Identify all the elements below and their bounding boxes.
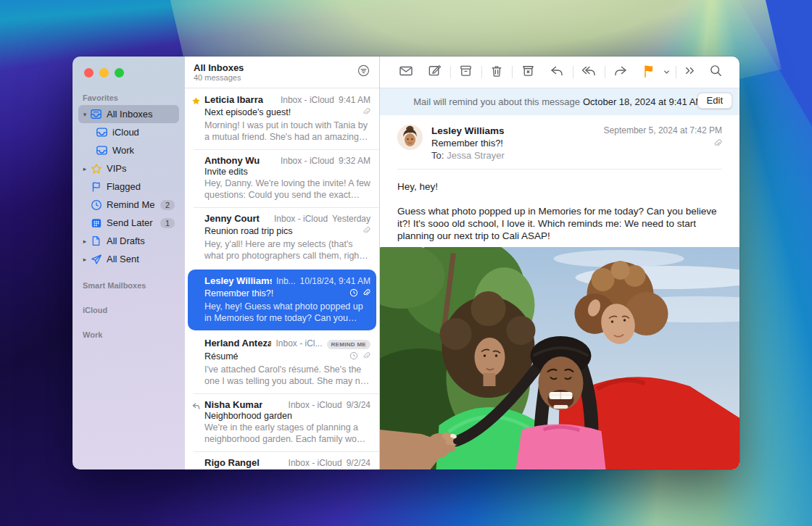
mail-window: Favorites ▾ All Inboxes iCloud Work ▸ VI… — [72, 57, 740, 469]
sender-name: Leticia Ibarra — [204, 94, 263, 105]
archive-box-icon — [458, 63, 473, 81]
flag-icon — [90, 180, 102, 193]
message-row-leticia[interactable]: Leticia IbarraInbox - iCloud9:41 AM Next… — [185, 88, 379, 149]
reminder-clock-icon — [349, 287, 358, 300]
sidebar-item-all-sent[interactable]: ▸ All Sent — [78, 250, 179, 268]
message-count: 40 messages — [194, 73, 357, 83]
chevron-right-icon[interactable]: ▸ — [80, 238, 90, 245]
sidebar-item-send-later[interactable]: ▸ Send Later 1 — [78, 214, 179, 232]
close-window-button[interactable] — [84, 68, 94, 78]
paperclip-icon — [362, 350, 370, 363]
paper-plane-icon — [90, 253, 102, 265]
reply-all-button[interactable] — [574, 62, 603, 83]
get-mail-button[interactable] — [392, 62, 420, 83]
message-sender: Lesley Williams — [431, 125, 604, 137]
sidebar: Favorites ▾ All Inboxes iCloud Work ▸ VI… — [72, 57, 185, 469]
to-label: To: — [431, 150, 444, 161]
message-subject: Remember this?! — [431, 137, 604, 149]
zoom-window-button[interactable] — [115, 68, 124, 78]
desktop-wallpaper: Favorites ▾ All Inboxes iCloud Work ▸ VI… — [0, 0, 812, 526]
reminder-date: October 18, 2024 at 9:41 AM. — [583, 96, 706, 107]
attached-photo[interactable] — [380, 247, 740, 469]
message-header: Lesley Williams Remember this?! To:Jessa… — [380, 115, 740, 170]
reminder-text: Mail will remind you about this message — [413, 96, 580, 107]
sidebar-item-all-inboxes[interactable]: ▾ All Inboxes — [78, 105, 179, 123]
message-date: Yesterday — [332, 214, 370, 224]
sidebar-item-remind-me[interactable]: ▸ Remind Me 2 — [78, 196, 179, 214]
mailbox-label: Inbox - iCloud — [281, 156, 334, 166]
inbox-icon — [96, 126, 108, 138]
mailbox-title: All Inboxes — [194, 62, 357, 73]
junk-icon — [521, 63, 536, 81]
sender-name: Jenny Court — [204, 213, 260, 224]
flag-button[interactable] — [635, 62, 659, 83]
message-row-anthony[interactable]: Anthony WuInbox - iCloud9:32 AM Invite e… — [185, 149, 379, 207]
delete-button[interactable] — [483, 62, 510, 83]
count-badge: 2 — [160, 200, 175, 210]
reminder-clock-icon — [349, 350, 358, 363]
message-list-pane: All Inboxes 40 messages Leticia IbarraIn… — [185, 57, 380, 469]
sender-avatar[interactable] — [397, 125, 423, 150]
message-subject: Résumé — [204, 351, 349, 362]
sidebar-item-label: VIPs — [107, 163, 175, 174]
chevron-right-icon[interactable]: ▸ — [80, 165, 90, 172]
sidebar-item-flagged[interactable]: ▸ Flagged — [78, 178, 179, 196]
document-icon — [90, 235, 102, 247]
message-row-herland[interactable]: Herland AntezanaInbox - iCl...REMIND ME … — [185, 332, 379, 393]
message-row-lesley-selected[interactable]: Lesley WilliamsInb...10/18/24, 9:41 AM R… — [188, 270, 376, 330]
chevron-right-icon[interactable]: ▸ — [80, 256, 90, 263]
sidebar-item-vips[interactable]: ▸ VIPs — [78, 159, 179, 178]
clock-icon — [90, 199, 102, 211]
sidebar-item-label: All Drafts — [107, 235, 175, 246]
edit-reminder-button[interactable]: Edit — [697, 93, 732, 109]
message-subject: Neighborhood garden — [204, 411, 370, 421]
inbox-icon — [96, 144, 108, 156]
favorites-section-label: Favorites — [78, 88, 179, 105]
sidebar-item-label: Flagged — [107, 181, 175, 192]
search-button[interactable] — [703, 62, 729, 83]
compose-button[interactable] — [420, 62, 449, 83]
message-row-nisha[interactable]: Nisha KumarInbox - iCloud9/3/24 Neighbor… — [185, 393, 379, 451]
search-icon — [709, 64, 723, 80]
mailbox-label: Inbox - iCloud — [289, 400, 342, 410]
message-date: 9/3/24 — [347, 400, 370, 410]
message-date: 9:32 AM — [339, 156, 370, 166]
forward-button[interactable] — [606, 62, 635, 83]
sender-name: Anthony Wu — [204, 155, 260, 166]
sidebar-item-all-drafts[interactable]: ▸ All Drafts — [78, 232, 179, 250]
recipient-name[interactable]: Jessa Strayer — [447, 150, 504, 161]
message-subject: Remember this?! — [204, 288, 349, 299]
inbox-tray-icon — [90, 108, 102, 120]
message-body: Hey, hey! Guess what photo popped up in … — [380, 170, 740, 247]
sidebar-item-label: Send Later — [107, 217, 160, 228]
more-toolbar-items-button[interactable] — [677, 62, 703, 83]
reply-button[interactable] — [542, 62, 571, 83]
minimize-window-button[interactable] — [99, 68, 109, 78]
mailbox-label: Inbox - iCloud — [274, 214, 328, 224]
message-preview: Morning! I was put in touch with Tania b… — [204, 120, 370, 143]
message-subject: Invite edits — [204, 167, 370, 177]
icloud-section-label[interactable]: iCloud — [78, 300, 179, 317]
reply-all-icon — [581, 63, 597, 82]
trash-icon — [489, 64, 504, 81]
filter-button[interactable] — [357, 64, 370, 80]
sender-name: Lesley Williams — [204, 275, 272, 286]
work-section-label[interactable]: Work — [78, 325, 179, 342]
archive-button[interactable] — [452, 62, 480, 83]
flag-options-button[interactable] — [659, 62, 674, 83]
reply-icon — [549, 63, 565, 82]
smart-mailboxes-section-label[interactable]: Smart Mailboxes — [78, 275, 179, 293]
message-list-header: All Inboxes 40 messages — [185, 57, 379, 88]
replied-arrow-icon — [191, 401, 202, 411]
sidebar-item-icloud-inbox[interactable]: iCloud — [78, 123, 179, 141]
mailbox-label: Inb... — [276, 276, 296, 286]
paperclip-icon[interactable] — [713, 138, 722, 151]
message-row-jenny[interactable]: Jenny CourtInbox - iCloudYesterday Reuni… — [185, 207, 379, 268]
message-preview: Hey, hey! Guess what photo popped up in … — [204, 301, 370, 324]
junk-button[interactable] — [514, 62, 542, 83]
message-row-rigo-1[interactable]: Rigo RangelInbox - iCloud9/2/24 Las Vega… — [185, 451, 379, 469]
chevron-down-icon[interactable]: ▾ — [80, 111, 90, 118]
sidebar-item-work-inbox[interactable]: Work — [78, 141, 179, 159]
body-paragraph: Guess what photo popped up in Memories f… — [397, 205, 722, 242]
message-date: September 5, 2024 at 7:42 PM — [604, 125, 722, 136]
